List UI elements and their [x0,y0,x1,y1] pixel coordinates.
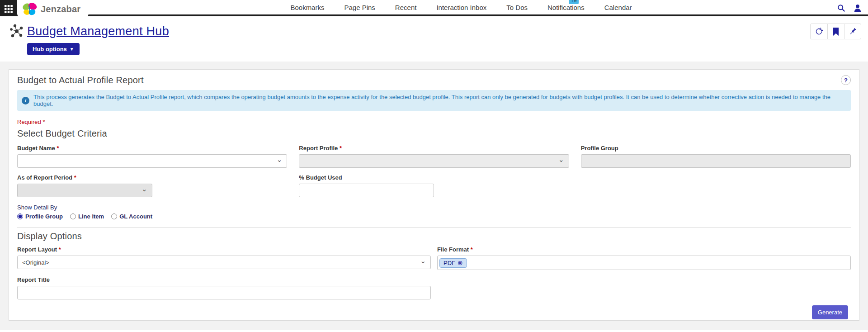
report-panel: Budget to Actual Profile Report ? i This… [9,69,859,321]
chevron-down-icon: ⌄ [142,187,147,191]
radio-profile-group[interactable]: Profile Group [17,213,63,220]
criteria-section-heading: Select Budget Criteria [17,128,851,139]
report-layout-select[interactable]: <Original> ⌄ [17,256,431,269]
nav-interaction-inbox[interactable]: Interaction Inbox [436,4,486,11]
info-message-text: This process generates the Budget to Act… [33,94,846,107]
as-of-report-period-required-asterisk: * [74,174,76,181]
chevron-down-icon: ⌄ [277,157,283,162]
report-layout-value: <Original> [22,259,49,266]
search-icon[interactable] [835,2,847,14]
radio-gl-account[interactable]: GL Account [111,213,152,220]
jenzabar-logo[interactable]: Jenzabar [17,0,89,19]
chevron-down-icon: ⌄ [420,259,426,263]
report-profile-select[interactable]: ⌄ [299,154,569,168]
report-profile-group: Report Profile * ⌄ [299,145,569,168]
apps-grid-button[interactable] [0,0,17,18]
radio-gl-account-input[interactable] [111,213,117,219]
file-format-required-asterisk: * [471,246,473,253]
required-note: Required * [17,119,851,125]
refresh-add-button[interactable] [811,24,827,39]
hub-toolbar [810,24,861,39]
nav-page-pins[interactable]: Page Pins [344,4,375,11]
apps-grid-icon [5,5,13,13]
report-layout-group: Report Layout * <Original> ⌄ [17,246,431,270]
profile-group-label: Profile Group [581,145,618,152]
required-label: Required [17,119,41,125]
report-title-group: Report Title [17,276,851,299]
pushpin-button[interactable] [844,24,861,39]
info-message-bar: i This process generates the Budget to A… [17,90,851,111]
top-bar: Jenzabar Bookmarks Page Pins Recent Inte… [0,0,868,16]
report-profile-required-asterisk: * [340,145,342,152]
profile-group-input[interactable] [581,154,851,168]
nav-bookmarks[interactable]: Bookmarks [290,4,324,11]
bookmark-button[interactable] [827,24,844,39]
radio-line-item[interactable]: Line Item [70,213,104,220]
top-nav: Bookmarks Page Pins Recent Interaction I… [236,4,632,11]
report-layout-required-asterisk: * [59,246,61,253]
help-button[interactable]: ? [841,75,851,85]
user-profile-icon[interactable] [852,2,863,14]
pct-budget-used-input[interactable] [299,184,434,197]
report-layout-label: Report Layout [17,246,57,253]
chevron-down-icon: ⌄ [558,157,564,162]
butterfly-logo-icon [22,3,38,16]
top-bar-icons [835,0,863,16]
nav-notifications[interactable]: Notifications19 [547,4,585,11]
file-format-group: File Format * PDF ⊗ [437,246,851,270]
hub-header: Budget Management Hub Hub options ▼ [0,16,868,62]
radio-profile-group-input[interactable] [17,213,23,219]
section-divider [17,228,851,228]
file-format-chip-label: PDF [443,260,455,266]
radio-profile-group-label: Profile Group [25,213,63,220]
budget-name-group: Budget Name * ⌄ [17,145,287,168]
hub-title-link[interactable]: Budget Management Hub [27,24,169,38]
show-detail-by-group: Show Detail By Profile Group Line Item G… [17,204,851,220]
radio-gl-account-label: GL Account [119,213,152,220]
file-format-label: File Format [437,246,469,253]
generate-button[interactable]: Generate [812,305,848,319]
nav-to-dos[interactable]: To Dos [506,4,528,11]
nav-calendar[interactable]: Calendar [604,4,632,11]
file-format-chip: PDF ⊗ [439,258,467,268]
report-profile-label: Report Profile [299,145,338,152]
display-options-heading: Display Options [17,231,851,242]
report-title-input[interactable] [17,286,431,299]
budget-name-select[interactable]: ⌄ [17,154,287,168]
chevron-down-icon: ▼ [70,47,74,52]
info-icon: i [22,97,29,104]
nav-recent[interactable]: Recent [395,4,417,11]
report-title-label: Report Title [17,276,50,283]
notifications-count-badge: 19 [569,0,578,4]
pct-budget-used-group: % Budget Used [299,174,569,197]
as-of-report-period-label: As of Report Period [17,174,72,181]
logo-text: Jenzabar [41,4,80,14]
page-background: Budget to Actual Profile Report ? i This… [0,62,868,330]
remove-chip-icon[interactable]: ⊗ [458,260,463,266]
profile-group-group: Profile Group [581,145,851,168]
budget-name-label: Budget Name [17,145,55,152]
as-of-report-period-select[interactable]: ⌄ [17,184,152,197]
required-asterisk: * [42,119,45,125]
as-of-report-period-group: As of Report Period * ⌄ [17,174,287,197]
radio-line-item-input[interactable] [70,213,76,219]
pct-budget-used-label: % Budget Used [299,174,342,181]
budget-name-required-asterisk: * [57,145,59,152]
nav-notifications-label: Notifications [547,4,585,11]
report-title-heading: Budget to Actual Profile Report [17,75,144,85]
file-format-input[interactable]: PDF ⊗ [437,256,851,270]
hub-options-label: Hub options [33,46,67,52]
radio-line-item-label: Line Item [78,213,104,220]
hub-network-icon [6,24,27,39]
show-detail-by-label: Show Detail By [17,204,851,211]
hub-options-button[interactable]: Hub options ▼ [27,43,80,55]
